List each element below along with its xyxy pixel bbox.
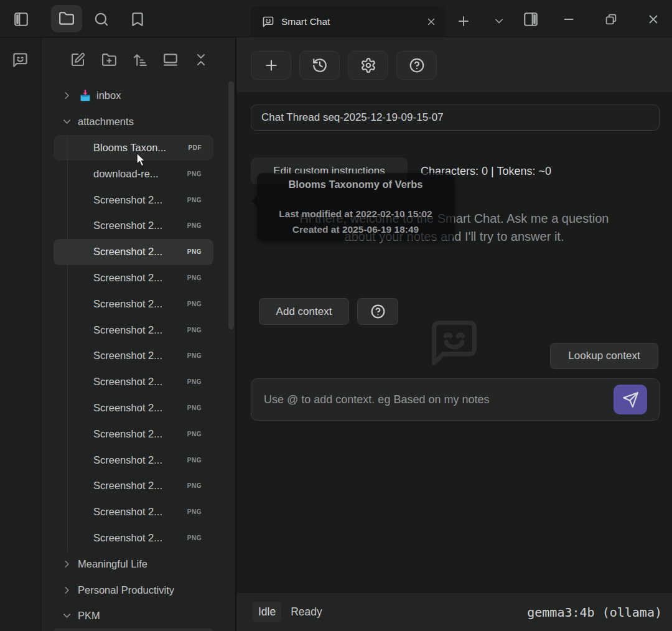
restore-icon	[604, 12, 618, 26]
new-tab-button[interactable]	[455, 13, 472, 29]
ribbon	[0, 38, 41, 631]
plus-icon	[263, 57, 279, 73]
left-sidebar-toggle-icon[interactable]	[12, 11, 30, 28]
file-type-badge: PNG	[187, 197, 202, 203]
sort-icon	[133, 52, 148, 68]
status-state-badge: Idle	[253, 602, 281, 622]
right-sidebar-toggle-icon[interactable]	[522, 11, 539, 28]
new-chat-button[interactable]	[251, 51, 291, 80]
chat-input-container	[251, 378, 660, 421]
file-name: Screenshot 2...	[93, 506, 162, 518]
minimize-button[interactable]	[561, 11, 577, 27]
file-type-badge: PNG	[187, 431, 202, 437]
smart-chat-watermark-icon	[427, 316, 481, 370]
file-row-hovered[interactable]: Blooms Taxon... PDF	[54, 135, 213, 161]
file-row[interactable]: Screenshot 2... PNG	[54, 265, 213, 291]
close-window-button[interactable]	[645, 11, 661, 27]
file-row[interactable]: Screenshot 2... PNG	[54, 395, 213, 421]
file-name: Screenshot 2...	[93, 454, 162, 466]
chevron-down-icon	[61, 116, 73, 128]
file-row[interactable]: Screenshot 2... PNG	[54, 187, 213, 213]
add-context-button[interactable]: Add context	[259, 298, 349, 325]
file-name: Screenshot 2...	[93, 194, 162, 206]
help-circle-icon	[409, 57, 425, 73]
tab-smart-chat[interactable]: Smart Chat	[251, 6, 446, 37]
file-name: Screenshot 2...	[93, 402, 162, 414]
send-icon	[622, 391, 639, 408]
file-row[interactable]: Screenshot 2... PNG	[54, 525, 213, 551]
folder-row-inbox[interactable]: inbox	[42, 83, 235, 109]
tab-title: Smart Chat	[281, 16, 426, 27]
layout-button[interactable]	[162, 52, 179, 68]
indent-guide-line	[67, 136, 68, 552]
mouse-cursor	[136, 152, 146, 167]
folder-label: inbox	[96, 90, 121, 101]
file-name: Blooms Taxon...	[93, 142, 166, 154]
bookmarks-tab-button[interactable]	[128, 11, 147, 28]
context-help-button[interactable]	[357, 298, 398, 325]
titlebar: Smart Chat	[0, 0, 672, 37]
file-type-badge: PNG	[187, 327, 202, 334]
edit-icon	[70, 52, 85, 67]
chevron-down-icon	[493, 15, 505, 27]
inbox-emoji-icon	[78, 89, 92, 103]
file-row[interactable]: Screenshot 2... PNG	[54, 499, 213, 525]
file-row[interactable]: Screenshot 2... PNG	[54, 343, 213, 369]
folder-row-pkm[interactable]: PKM	[42, 603, 235, 629]
file-type-badge: PNG	[187, 301, 202, 307]
chat-toolbar	[236, 37, 672, 92]
ribbon-smart-chat-button[interactable]	[12, 51, 29, 68]
lookup-context-button[interactable]: Lookup context	[550, 343, 658, 369]
chat-history-button[interactable]	[299, 51, 340, 80]
send-button[interactable]	[614, 385, 647, 414]
chat-settings-button[interactable]	[348, 51, 388, 80]
sidebar-scrollbar-thumb[interactable]	[228, 82, 234, 329]
file-name: Screenshot 2...	[93, 298, 162, 310]
file-type-badge: PNG	[187, 274, 202, 281]
thread-name-input[interactable]	[251, 105, 660, 131]
file-type-badge: PNG	[187, 248, 202, 255]
smart-chat-pane: Edit custom instructions Characters: 0 |…	[236, 37, 672, 631]
search-tab-button[interactable]	[92, 11, 111, 28]
gear-icon	[360, 57, 376, 73]
file-row-selected[interactable]: Screenshot 2... PNG	[54, 239, 213, 265]
history-icon	[312, 57, 328, 73]
chat-body: Edit custom instructions Characters: 0 |…	[236, 92, 672, 593]
tooltip-created: Created at 2025-06-19 18:49	[257, 222, 454, 237]
tab-close-icon[interactable]	[426, 16, 437, 27]
smart-chat-icon	[12, 52, 29, 68]
file-row[interactable]: download-re... PNG	[54, 161, 213, 187]
folder-icon	[58, 11, 75, 27]
file-name: Screenshot 2...	[93, 428, 162, 440]
file-row[interactable]: Screenshot 2... PNG	[54, 369, 213, 395]
new-note-button[interactable]	[70, 52, 86, 68]
file-row[interactable]: Screenshot 2... PNG	[54, 473, 213, 499]
folder-row-personal-productivity[interactable]: Personal Productivity	[42, 577, 235, 603]
tooltip-title: Blooms Taxonomy of Verbs	[257, 177, 454, 192]
new-folder-button[interactable]	[101, 52, 117, 68]
file-row[interactable]: Screenshot 2... PNG	[54, 421, 213, 447]
app-window: Smart Chat	[0, 0, 672, 631]
file-row[interactable]: Screenshot 2... PNG	[54, 317, 213, 343]
files-tab-button[interactable]	[51, 5, 82, 32]
file-row[interactable]: Screenshot 2... PNG	[54, 447, 213, 473]
file-row[interactable]: Screenshot 2... PNG	[54, 213, 213, 239]
file-type-badge: PNG	[187, 535, 202, 541]
model-label: gemma3:4b (ollama)	[527, 605, 662, 620]
folder-row-attachments[interactable]: attachments	[42, 109, 235, 135]
sort-order-button[interactable]	[132, 52, 148, 68]
folder-row-meaningful-life[interactable]: Meaningful Life	[42, 551, 235, 577]
tab-list-dropdown[interactable]	[492, 15, 506, 27]
chevron-down-icon	[61, 610, 73, 622]
collapse-all-button[interactable]	[193, 52, 209, 68]
plus-icon	[456, 14, 471, 29]
file-name: Screenshot 2...	[93, 480, 162, 492]
file-type-badge: PNG	[187, 457, 202, 464]
file-type-badge: PNG	[187, 508, 202, 515]
restore-window-button[interactable]	[603, 11, 619, 27]
chat-message-input[interactable]	[251, 379, 609, 420]
folder-plus-icon	[101, 52, 117, 68]
file-row[interactable]: Screenshot 2... PNG	[54, 291, 213, 317]
file-name: Screenshot 2...	[93, 350, 162, 362]
chat-help-button[interactable]	[396, 51, 437, 80]
